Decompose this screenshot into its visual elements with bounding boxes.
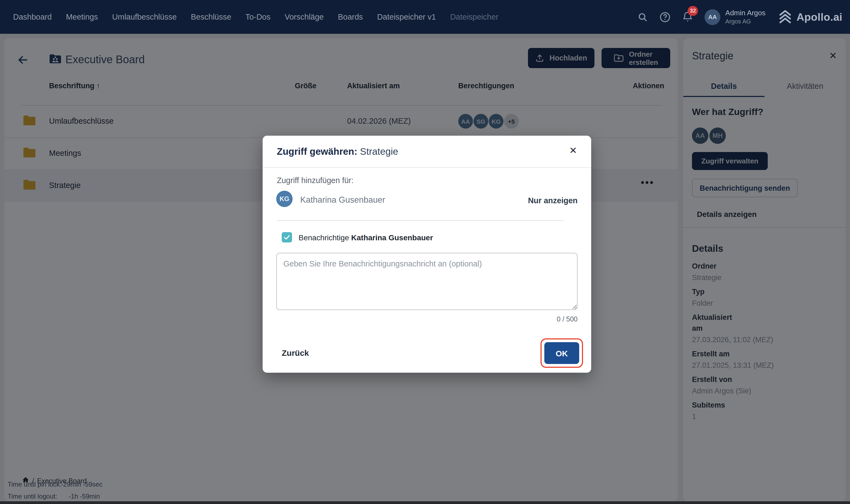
- character-counter: 0 / 500: [557, 316, 578, 323]
- nav-item-beschluesse[interactable]: Beschlüsse: [191, 13, 231, 21]
- avatar: AA: [705, 9, 720, 25]
- apollo-chevrons-icon: [777, 9, 793, 25]
- nav-item-todos[interactable]: To-Dos: [246, 13, 271, 21]
- back-button-modal[interactable]: Zurück: [282, 348, 309, 357]
- top-navbar: Dashboard Meetings Umlaufbeschlüsse Besc…: [0, 0, 850, 34]
- brand-name: Apollo.ai: [797, 11, 843, 23]
- nav-item-umlaufbeschluesse[interactable]: Umlaufbeschlüsse: [112, 13, 177, 21]
- ok-button[interactable]: OK: [544, 342, 579, 364]
- nav-item-dashboard[interactable]: Dashboard: [13, 13, 52, 21]
- nav-item-dateispeicher[interactable]: Dateispeicher: [450, 13, 498, 21]
- user-name: Admin Argos: [725, 9, 765, 17]
- modal-title-action: Zugriff gewähren:: [277, 146, 358, 157]
- checkmark-icon: [283, 234, 290, 241]
- notify-checkbox-label[interactable]: Benachrichtige Katharina Gusenbauer: [299, 233, 433, 242]
- modal-title-target: Strategie: [360, 146, 398, 157]
- user-org: Argos AG: [725, 17, 765, 25]
- nav-right-cluster: 32 AA Admin Argos Argos AG Apollo.ai: [637, 0, 843, 34]
- permission-role-selector[interactable]: Nur anzeigen: [528, 196, 578, 205]
- nav-item-boards[interactable]: Boards: [338, 13, 363, 21]
- modal-user-name: Katharina Gusenbauer: [300, 195, 385, 205]
- notification-message-input[interactable]: [276, 253, 578, 310]
- add-access-label: Zugriff hinzufügen für:: [277, 176, 354, 185]
- grant-access-modal: Zugriff gewähren: Strategie ✕ Zugriff hi…: [263, 136, 591, 373]
- nav-item-vorschlaege[interactable]: Vorschläge: [285, 13, 324, 21]
- modal-close-icon[interactable]: ✕: [569, 145, 577, 156]
- nav-menu: Dashboard Meetings Umlaufbeschlüsse Besc…: [13, 0, 498, 34]
- notifications-button[interactable]: 32: [682, 11, 693, 23]
- app-root: Dashboard Meetings Umlaufbeschlüsse Besc…: [0, 0, 850, 504]
- avatar: KG: [276, 191, 293, 207]
- user-menu[interactable]: AA Admin Argos Argos AG: [705, 9, 765, 25]
- nav-item-meetings[interactable]: Meetings: [66, 13, 98, 21]
- search-icon[interactable]: [637, 12, 648, 22]
- modal-title: Zugriff gewähren: Strategie: [277, 146, 398, 158]
- nav-item-dateispeicher-v1[interactable]: Dateispeicher v1: [377, 13, 436, 21]
- divider: [263, 167, 591, 168]
- notification-badge: 32: [688, 6, 698, 16]
- brand-logo: Apollo.ai: [777, 9, 843, 25]
- help-icon[interactable]: [659, 11, 671, 23]
- notify-checkbox[interactable]: [282, 232, 292, 242]
- divider: [277, 220, 564, 221]
